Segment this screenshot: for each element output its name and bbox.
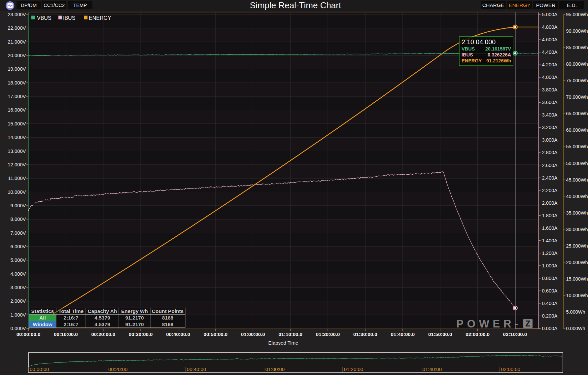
svg-text:50.000Wh: 50.000Wh xyxy=(566,161,588,166)
svg-text:55.000Wh: 55.000Wh xyxy=(566,144,588,149)
svg-text:Energy Wh: Energy Wh xyxy=(121,308,148,314)
svg-text:30.000Wh: 30.000Wh xyxy=(566,227,588,232)
svg-text:90.000Wh: 90.000Wh xyxy=(566,28,588,34)
svg-text:2.000A: 2.000A xyxy=(542,200,558,206)
svg-text:2.800A: 2.800A xyxy=(542,150,558,155)
svg-text:60.000Wh: 60.000Wh xyxy=(566,127,588,133)
svg-text:5.000A: 5.000A xyxy=(542,12,558,17)
svg-text:Capacity Ah: Capacity Ah xyxy=(87,308,117,314)
svg-text:91.2170: 91.2170 xyxy=(125,315,144,321)
svg-text:01:10:00.0: 01:10:00.0 xyxy=(278,331,302,337)
svg-text:8168: 8168 xyxy=(162,322,174,327)
svg-text:3.800A: 3.800A xyxy=(542,87,558,92)
svg-text:10.000V: 10.000V xyxy=(8,189,26,195)
svg-text:00:10:00.0: 00:10:00.0 xyxy=(54,331,78,337)
svg-text:8.000V: 8.000V xyxy=(11,217,26,222)
svg-text:1.000V: 1.000V xyxy=(11,312,26,318)
svg-text:10.000Wh: 10.000Wh xyxy=(566,293,588,298)
svg-text:01:00:00.0: 01:00:00.0 xyxy=(241,331,265,337)
svg-text:0.326226A: 0.326226A xyxy=(488,52,511,57)
svg-text:3.400A: 3.400A xyxy=(542,112,558,118)
svg-text:15.000V: 15.000V xyxy=(8,121,26,126)
svg-text:Count Points: Count Points xyxy=(152,308,184,314)
svg-text:0.000V: 0.000V xyxy=(11,326,26,331)
svg-text:01:20:00.0: 01:20:00.0 xyxy=(316,331,340,337)
svg-text:4.000V: 4.000V xyxy=(11,271,26,277)
svg-text:0.000A: 0.000A xyxy=(542,326,558,331)
svg-text:23.000V: 23.000V xyxy=(8,12,26,17)
svg-text:85.000Wh: 85.000Wh xyxy=(566,45,588,50)
svg-text:ENERGY: ENERGY xyxy=(89,15,111,21)
svg-text:IBUS: IBUS xyxy=(63,15,75,21)
svg-text:35.000Wh: 35.000Wh xyxy=(566,210,588,216)
svg-text:4.000A: 4.000A xyxy=(542,75,558,80)
svg-text:02:00:00: 02:00:00 xyxy=(501,366,520,372)
svg-text:Total Time: Total Time xyxy=(58,308,84,314)
svg-text:13.000V: 13.000V xyxy=(8,149,26,154)
svg-text:3.000A: 3.000A xyxy=(542,137,558,143)
svg-text:6.000V: 6.000V xyxy=(11,244,26,249)
svg-text:00:50:00.0: 00:50:00.0 xyxy=(204,331,228,337)
svg-text:IBUS: IBUS xyxy=(462,52,473,57)
svg-text:2.000V: 2.000V xyxy=(11,298,26,304)
svg-text:00:00:00.0: 00:00:00.0 xyxy=(17,331,41,337)
svg-text:40.000Wh: 40.000Wh xyxy=(566,194,588,199)
svg-text:4.400A: 4.400A xyxy=(542,50,558,55)
svg-text:All: All xyxy=(39,315,46,321)
svg-text:2.400A: 2.400A xyxy=(542,175,558,181)
svg-text:15.000Wh: 15.000Wh xyxy=(566,276,588,282)
svg-text:2:16:7: 2:16:7 xyxy=(64,322,79,327)
svg-text:95.000Wh: 95.000Wh xyxy=(566,12,588,17)
svg-text:20.000Wh: 20.000Wh xyxy=(566,260,588,265)
svg-text:14.000V: 14.000V xyxy=(8,135,26,140)
svg-text:80.000Wh: 80.000Wh xyxy=(566,61,588,67)
svg-text:20.161587V: 20.161587V xyxy=(485,46,511,51)
svg-text:02:10:00.0: 02:10:00.0 xyxy=(503,331,527,337)
svg-text:91.2126Wh: 91.2126Wh xyxy=(486,58,511,63)
svg-text:00:20:00: 00:20:00 xyxy=(108,366,127,372)
svg-text:Z: Z xyxy=(525,319,530,328)
svg-text:0.600A: 0.600A xyxy=(542,288,558,293)
svg-text:0.000Wh: 0.000Wh xyxy=(566,326,585,331)
svg-text:00:20:00.0: 00:20:00.0 xyxy=(91,331,116,337)
svg-text:Statistics: Statistics xyxy=(31,308,54,314)
svg-text:19.000V: 19.000V xyxy=(8,66,26,72)
svg-text:45.000Wh: 45.000Wh xyxy=(566,177,588,183)
svg-text:4.5379: 4.5379 xyxy=(94,315,110,321)
svg-text:2:10:04.000: 2:10:04.000 xyxy=(462,38,496,46)
svg-text:5.000Wh: 5.000Wh xyxy=(566,309,585,315)
svg-text:18.000V: 18.000V xyxy=(8,80,26,85)
svg-text:1.600A: 1.600A xyxy=(542,225,558,231)
svg-text:3.200A: 3.200A xyxy=(542,125,558,130)
svg-text:01:00:00: 01:00:00 xyxy=(265,366,285,372)
svg-text:0.400A: 0.400A xyxy=(542,301,558,306)
svg-text:01:40:00.0: 01:40:00.0 xyxy=(391,331,415,337)
svg-text:01:50:00.0: 01:50:00.0 xyxy=(428,331,452,337)
svg-text:7.000V: 7.000V xyxy=(11,230,26,236)
svg-text:1.200A: 1.200A xyxy=(542,251,558,256)
svg-text:Elapsed Time: Elapsed Time xyxy=(268,340,298,346)
svg-text:12.000V: 12.000V xyxy=(8,162,26,167)
svg-text:11.000V: 11.000V xyxy=(8,176,26,181)
svg-text:91.2170: 91.2170 xyxy=(125,322,144,327)
svg-text:02:00:00.0: 02:00:00.0 xyxy=(466,331,490,337)
svg-text:70.000Wh: 70.000Wh xyxy=(566,94,588,100)
svg-text:22.000V: 22.000V xyxy=(8,25,26,31)
svg-text:16.000V: 16.000V xyxy=(8,107,26,113)
svg-text:75.000Wh: 75.000Wh xyxy=(566,78,588,83)
svg-text:65.000Wh: 65.000Wh xyxy=(566,111,588,116)
svg-text:00:40:00.0: 00:40:00.0 xyxy=(166,331,190,337)
svg-text:Window: Window xyxy=(33,322,52,327)
svg-text:00:40:00: 00:40:00 xyxy=(187,366,206,372)
svg-text:9.000V: 9.000V xyxy=(11,203,26,208)
svg-text:0.200A: 0.200A xyxy=(542,313,558,319)
svg-text:25.000Wh: 25.000Wh xyxy=(566,243,588,249)
svg-text:0.800A: 0.800A xyxy=(542,276,558,281)
svg-text:01:40:00: 01:40:00 xyxy=(423,366,442,372)
svg-text:01:20:00: 01:20:00 xyxy=(344,366,363,372)
svg-text:ENERGY: ENERGY xyxy=(462,58,482,63)
svg-text:VBUS: VBUS xyxy=(462,46,475,51)
svg-text:4.800A: 4.800A xyxy=(542,24,558,30)
svg-text:4.200A: 4.200A xyxy=(542,62,558,67)
svg-text:4.5379: 4.5379 xyxy=(94,322,110,327)
